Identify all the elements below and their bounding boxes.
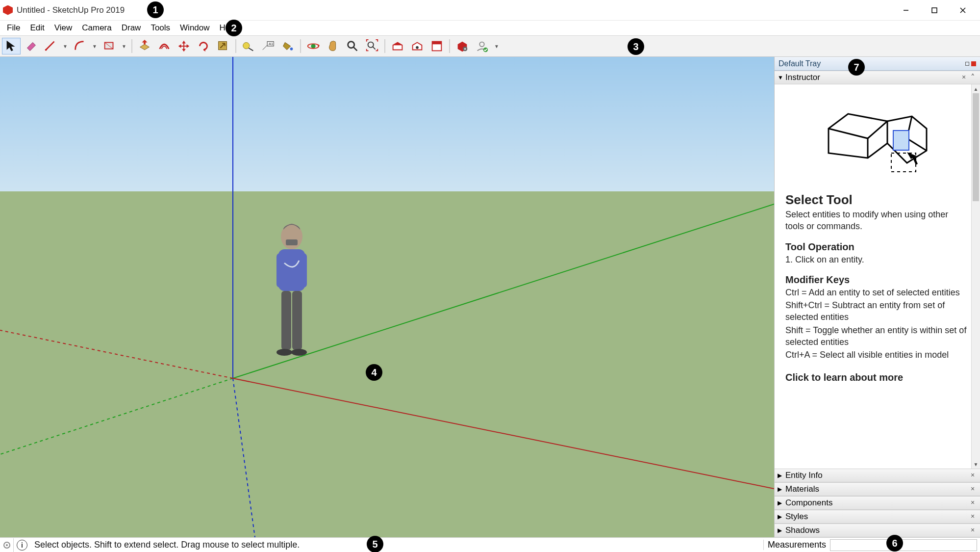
learn-more-link[interactable]: Click to learn about more (785, 372, 969, 383)
measurements-input[interactable] (830, 539, 977, 551)
callout-3: 3 (628, 38, 644, 55)
svg-point-45 (6, 544, 8, 546)
svg-line-29 (233, 204, 774, 378)
zoom-tool[interactable] (343, 38, 362, 54)
panel-collapse-button[interactable]: ˄ (968, 73, 977, 83)
svg-point-21 (416, 46, 419, 49)
menu-file[interactable]: File (2, 22, 25, 34)
panel-entity-info[interactable]: ▶ Entity Info × (775, 469, 980, 482)
menu-window[interactable]: Window (175, 22, 214, 34)
panel-close-button[interactable]: × (959, 73, 968, 82)
panel-shadows[interactable]: ▶ Shadows × (775, 524, 980, 537)
panel-close-button[interactable]: × (968, 499, 977, 507)
modifier-shift: Shift = Toggle whether an entity is with… (785, 324, 969, 348)
scrollbar-vertical[interactable]: ▲ ▼ (971, 84, 980, 469)
svg-point-40 (276, 349, 292, 356)
menu-tools[interactable]: Tools (146, 22, 175, 34)
pan-tool[interactable] (324, 38, 342, 54)
pin-icon[interactable] (965, 62, 969, 66)
menu-edit[interactable]: Edit (25, 22, 49, 34)
credits-info-button[interactable]: i (17, 540, 27, 551)
line-tool[interactable] (41, 38, 60, 54)
move-tool[interactable] (175, 38, 193, 54)
callout-5: 5 (367, 536, 383, 552)
line-tool-dropdown[interactable]: ▼ (61, 38, 70, 54)
disclosure-right-icon: ▶ (778, 513, 785, 520)
scale-tool[interactable] (214, 38, 232, 54)
paint-bucket-tool-icon (280, 39, 295, 53)
panel-label: Components (785, 498, 832, 508)
user-sign-in-dropdown[interactable]: ▼ (492, 38, 501, 54)
tray-header[interactable]: Default Tray (775, 57, 980, 71)
toolbar-separator (131, 39, 132, 53)
modifier-ctrl: Ctrl = Add an entity to set of selected … (785, 287, 969, 298)
tray-close-icon[interactable] (971, 61, 976, 66)
layout-tool[interactable] (427, 38, 446, 54)
svg-point-25 (479, 42, 484, 47)
extension-warehouse-tool[interactable] (408, 38, 427, 54)
svg-line-30 (0, 378, 233, 454)
3d-warehouse-tool[interactable] (388, 38, 407, 54)
rectangle-tool[interactable] (100, 38, 119, 54)
modifier-title: Modifier Keys (785, 274, 969, 286)
callout-6: 6 (886, 535, 903, 552)
orbit-tool[interactable] (304, 38, 323, 54)
paint-bucket-tool[interactable] (278, 38, 297, 54)
arc-tool[interactable] (71, 38, 89, 54)
eraser-tool[interactable] (22, 38, 40, 54)
user-sign-in[interactable] (473, 38, 491, 54)
minimize-button[interactable] (892, 0, 920, 20)
geo-location-button[interactable] (0, 538, 14, 552)
toolbar-separator (384, 39, 385, 53)
scroll-up-icon[interactable]: ▲ (972, 84, 980, 93)
panel-label: Materials (785, 484, 819, 494)
menu-camera[interactable]: Camera (77, 22, 116, 34)
panel-close-button[interactable]: × (968, 526, 977, 535)
close-button[interactable] (949, 0, 977, 20)
tape-measure-tool[interactable] (239, 38, 258, 54)
svg-rect-34 (286, 239, 298, 245)
offset-tool-icon (157, 39, 172, 53)
status-hint: Select objects. Shift to extend select. … (30, 540, 303, 550)
svg-line-20 (373, 47, 376, 50)
offset-tool[interactable] (155, 38, 174, 54)
panel-close-button[interactable]: × (968, 512, 977, 521)
menu-view[interactable]: View (50, 22, 77, 34)
menu-draw[interactable]: Draw (117, 22, 146, 34)
scroll-down-icon[interactable]: ▼ (972, 460, 980, 469)
maximize-button[interactable] (920, 0, 949, 20)
disclosure-right-icon: ▶ (778, 472, 785, 479)
panel-close-button[interactable]: × (968, 471, 977, 480)
panel-instructor[interactable]: ▼ Instructor × ˄ (775, 71, 980, 84)
text-tool[interactable]: A1 (259, 38, 277, 54)
svg-line-31 (233, 378, 774, 489)
panel-components[interactable]: ▶ Components × (775, 496, 980, 510)
svg-line-18 (353, 47, 357, 51)
move-tool-icon (176, 39, 191, 53)
panel-close-button[interactable]: × (968, 485, 977, 494)
rectangle-tool-icon (102, 39, 117, 53)
extension-manager-tool[interactable] (453, 38, 472, 54)
rectangle-tool-dropdown[interactable]: ▼ (120, 38, 128, 54)
push-pull-tool-icon (137, 39, 152, 53)
select-tool[interactable] (2, 38, 21, 54)
window-title: Untitled - SketchUp Pro 2019 (17, 5, 125, 15)
push-pull-tool[interactable] (135, 38, 154, 54)
panel-materials[interactable]: ▶ Materials × (775, 482, 980, 496)
instructor-title: Select Tool (785, 192, 969, 208)
arc-tool-dropdown[interactable]: ▼ (90, 38, 99, 54)
zoom-extents-tool[interactable] (363, 38, 381, 54)
disclosure-right-icon: ▶ (778, 486, 785, 493)
tape-measure-tool-icon (241, 39, 256, 53)
svg-line-28 (233, 378, 255, 537)
svg-line-10 (249, 48, 253, 51)
panel-styles[interactable]: ▶ Styles × (775, 510, 980, 524)
scroll-thumb[interactable] (973, 93, 979, 201)
svg-point-5 (45, 49, 47, 51)
user-sign-in-icon (475, 39, 489, 53)
instructor-panel-body: ▲ ▼ (775, 84, 980, 469)
viewport-3d[interactable] (0, 57, 774, 537)
axes-overlay (0, 57, 774, 537)
rotate-tool[interactable] (194, 38, 213, 54)
rotate-tool-icon (196, 39, 211, 53)
